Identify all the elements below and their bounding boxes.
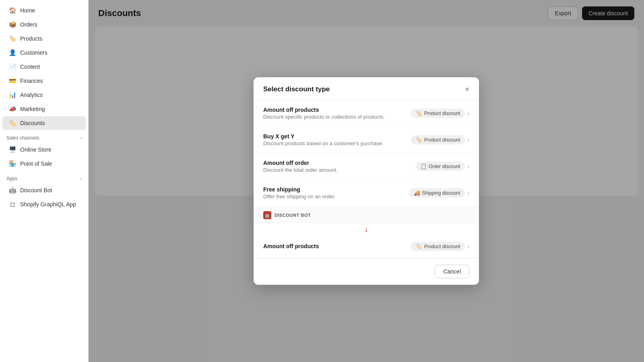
analytics-icon: 📊: [9, 91, 16, 99]
discount-bot-icon: 🤖: [9, 187, 16, 194]
sidebar-item-discount-bot[interactable]: 🤖Discount Bot: [2, 183, 86, 197]
pos-icon: 🏪: [9, 160, 16, 167]
sidebar-item-label: Customers: [20, 49, 47, 56]
sidebar-item-label: Online Store: [20, 146, 52, 153]
discount-type-row-amount-off-order[interactable]: Amount off order Discount the total orde…: [254, 153, 479, 180]
badge-icon: 🏷️: [416, 243, 422, 249]
discount-row-right: 🏷️ Product discount ›: [411, 242, 469, 251]
row-chevron: ›: [467, 137, 469, 143]
discount-type-title: Amount off products: [263, 107, 411, 113]
discount-row-right: 🏷️ Product discount ›: [411, 135, 469, 144]
discount-badge: 🏷️ Product discount: [411, 109, 465, 118]
discount-badge: 🏷️ Product discount: [411, 135, 465, 144]
discount-badge: 🚚 Shipping discount: [409, 188, 465, 197]
marketing-icon: 📣: [9, 105, 16, 113]
discount-bot-icon: 🤖: [263, 211, 271, 219]
sidebar-item-label: Shopify GraphiQL App: [20, 201, 76, 208]
badge-label: Product discount: [424, 111, 460, 116]
badge-icon: 🚚: [414, 190, 420, 196]
sidebar-item-label: Point of Sale: [20, 160, 52, 167]
discount-type-list: Amount off products Discount specific pr…: [254, 100, 479, 206]
sidebar-item-home[interactable]: 🏠Home: [2, 4, 86, 17]
discount-type-desc: Discount specific products or collection…: [263, 114, 411, 120]
sidebar-item-online-store[interactable]: 🖥️Online Store: [2, 143, 86, 156]
orders-icon: 📦: [9, 21, 16, 28]
badge-icon: 📋: [420, 163, 427, 169]
sidebar-item-graphql-app[interactable]: ◻Shopify GraphiQL App: [2, 197, 86, 211]
modal-header: Select discount type ×: [254, 77, 479, 100]
sidebar-item-content[interactable]: 📄Content: [2, 60, 86, 74]
sidebar-item-products[interactable]: 🏷️Products: [2, 32, 86, 45]
discount-row-left: Free shipping Offer free shipping on an …: [263, 186, 409, 200]
sidebar-item-label: Finances: [20, 78, 43, 84]
badge-label: Order discount: [429, 164, 460, 169]
discount-row-left: Buy X get Y Discount products based on a…: [263, 133, 411, 146]
app-discount-type-row-app-amount-off-products[interactable]: Amount off products 🏷️ Product discount …: [254, 235, 479, 258]
sidebar-item-label: Orders: [20, 21, 37, 28]
discount-badge: 📋 Order discount: [415, 162, 465, 171]
graphql-app-icon: ◻: [9, 201, 16, 208]
apps-chevron: ›: [80, 176, 82, 181]
row-chevron: ›: [467, 110, 469, 117]
modal-footer: Cancel: [254, 258, 479, 285]
sidebar-item-label: Products: [20, 35, 42, 42]
discount-row-right: 🚚 Shipping discount ›: [409, 188, 469, 197]
sidebar-item-label: Discounts: [20, 120, 45, 126]
badge-label: Product discount: [424, 137, 460, 143]
discount-row-right: 📋 Order discount ›: [415, 162, 469, 171]
discount-badge: 🏷️ Product discount: [411, 242, 465, 251]
sidebar-item-customers[interactable]: 👤Customers: [2, 46, 86, 60]
apps-section: Apps ›: [0, 171, 88, 183]
row-chevron: ›: [467, 243, 469, 250]
sidebar-item-marketing[interactable]: 📣Marketing: [2, 102, 86, 116]
arrow-indicator: ↓: [254, 223, 479, 235]
discount-row-left: Amount off products: [263, 243, 411, 250]
cancel-button[interactable]: Cancel: [435, 265, 469, 278]
badge-icon: 🏷️: [416, 110, 422, 116]
home-icon: 🏠: [9, 7, 16, 14]
sidebar-item-finances[interactable]: 💳Finances: [2, 74, 86, 88]
customers-icon: 👤: [9, 49, 16, 56]
discount-row-left: Amount off products Discount specific pr…: [263, 107, 411, 120]
badge-label: Shipping discount: [422, 190, 460, 196]
app-section-header: 🤖 DISCOUNT BOT: [254, 206, 479, 223]
discount-row-right: 🏷️ Product discount ›: [411, 109, 469, 118]
sidebar-item-orders[interactable]: 📦Orders: [2, 18, 86, 31]
content-icon: 📄: [9, 63, 16, 70]
discounts-icon: 🏷️: [9, 119, 16, 127]
modal-title: Select discount type: [263, 85, 330, 93]
discount-type-row-free-shipping[interactable]: Free shipping Offer free shipping on an …: [254, 180, 479, 206]
online-store-icon: 🖥️: [9, 146, 16, 153]
discount-type-desc: Offer free shipping on an order.: [263, 193, 409, 200]
discount-type-row-amount-off-products[interactable]: Amount off products Discount specific pr…: [254, 100, 479, 127]
app-discount-type-list: Amount off products 🏷️ Product discount …: [254, 235, 479, 258]
main-content: Discounts Export Create discount %: [89, 0, 644, 362]
select-discount-type-modal: Select discount type × Amount off produc…: [254, 77, 479, 285]
modal-close-button[interactable]: ×: [465, 86, 469, 93]
badge-label: Product discount: [424, 244, 460, 249]
row-chevron: ›: [467, 163, 469, 170]
sidebar: 🏠Home📦Orders🏷️Products👤Customers📄Content…: [0, 0, 89, 362]
discount-type-desc: Discount the total order amount.: [263, 167, 415, 173]
sales-channels-chevron: ›: [80, 135, 82, 141]
discount-type-title: Amount off products: [263, 243, 411, 249]
sidebar-item-label: Marketing: [20, 106, 45, 112]
discount-type-title: Amount off order: [263, 160, 415, 166]
sidebar-item-label: Analytics: [20, 92, 43, 98]
discount-type-row-buy-x-get-y[interactable]: Buy X get Y Discount products based on a…: [254, 127, 479, 153]
row-chevron: ›: [467, 190, 469, 196]
apps-label: Apps: [6, 176, 17, 181]
sidebar-item-analytics[interactable]: 📊Analytics: [2, 88, 86, 102]
sidebar-item-label: Home: [20, 7, 35, 14]
discount-type-title: Free shipping: [263, 186, 409, 193]
sidebar-item-label: Discount Bot: [20, 187, 52, 193]
discount-row-left: Amount off order Discount the total orde…: [263, 160, 415, 173]
discount-type-title: Buy X get Y: [263, 133, 411, 140]
sidebar-item-discounts[interactable]: 🏷️Discounts: [2, 116, 86, 130]
sales-channels-section: Sales channels ›: [0, 130, 88, 142]
sidebar-item-label: Content: [20, 64, 40, 70]
discount-type-desc: Discount products based on a customer's …: [263, 140, 411, 146]
app-section-label: DISCOUNT BOT: [275, 213, 311, 218]
products-icon: 🏷️: [9, 35, 16, 42]
sidebar-item-pos[interactable]: 🏪Point of Sale: [2, 157, 86, 171]
